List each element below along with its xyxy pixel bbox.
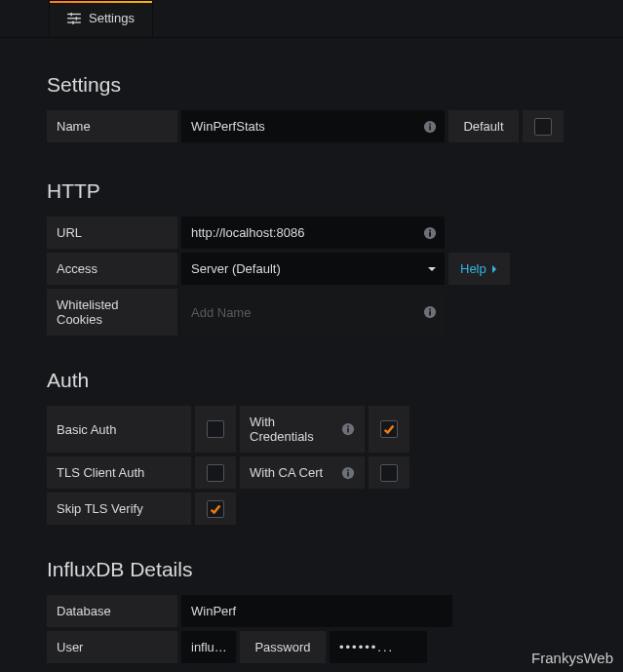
url-label: URL [47,217,177,249]
info-icon [341,466,355,480]
info-icon [423,120,437,134]
svg-rect-17 [347,426,349,428]
svg-rect-14 [429,309,431,311]
basic-auth-label: Basic Auth [47,406,191,453]
svg-rect-3 [76,17,77,20]
tls-client-auth-cell [195,456,236,489]
default-label: Default [448,110,519,142]
default-checkbox[interactable] [534,118,552,136]
database-input[interactable] [191,595,445,627]
skip-tls-verify-checkbox[interactable] [207,500,224,518]
svg-rect-0 [67,13,81,14]
info-icon [423,226,437,240]
user-input[interactable] [191,631,228,663]
section-title-http: HTTP [47,179,576,203]
basic-auth-checkbox[interactable] [207,420,224,438]
cookies-label: Whitelisted Cookies [47,289,177,336]
row-name: Name Default [47,110,576,142]
svg-rect-11 [429,229,431,231]
svg-rect-16 [347,428,349,432]
row-url: URL [47,217,576,249]
tls-client-auth-label: TLS Client Auth [47,456,191,489]
info-icon [341,422,355,436]
tls-client-auth-checkbox[interactable] [207,464,224,482]
access-label: Access [47,253,177,285]
skip-tls-verify-cell [195,493,236,525]
info-icon [423,305,437,319]
chevron-right-icon [490,264,498,274]
password-label: Password [240,631,326,663]
basic-auth-cell [195,406,236,453]
content: Settings Name Default HTTP URL Access Se… [0,38,623,672]
password-input[interactable] [339,631,419,663]
section-title-influx: InfluxDB Details [47,558,576,581]
tab-label: Settings [89,11,135,25]
svg-rect-7 [429,126,431,130]
with-credentials-cell [369,406,409,453]
row-database: Database [47,595,576,627]
svg-rect-13 [429,311,431,315]
name-input[interactable] [191,110,417,142]
row-cookies: Whitelisted Cookies [47,289,576,336]
auth-grid: Basic Auth With Credentials TLS Client A… [47,406,576,525]
cookies-input[interactable] [191,296,417,329]
section-title-auth: Auth [47,369,576,392]
url-input-wrap [181,217,445,249]
svg-rect-4 [67,21,81,22]
with-ca-cert-cell [369,456,409,489]
password-input-wrap [330,631,427,663]
svg-rect-5 [72,20,73,23]
url-input[interactable] [191,217,417,249]
default-checkbox-cell [523,110,564,142]
tab-bar: Settings [0,0,623,38]
svg-rect-1 [71,13,72,16]
section-title-settings: Settings [47,73,576,97]
sliders-icon [67,13,81,24]
name-label: Name [47,110,177,142]
row-auth-2: TLS Client Auth With CA Cert [47,456,576,489]
row-access: Access Server (Default) Help [47,253,576,285]
svg-rect-19 [347,472,349,476]
row-auth-1: Basic Auth With Credentials [47,406,576,453]
access-value: Server (Default) [191,261,421,276]
tab-settings[interactable]: Settings [49,0,153,37]
cookies-input-wrap [181,289,445,336]
watermark: FrankysWeb [531,650,613,666]
svg-rect-2 [67,18,81,19]
with-ca-cert-checkbox[interactable] [380,464,398,482]
access-select[interactable]: Server (Default) [181,253,445,285]
with-ca-cert-label: With CA Cert [240,456,365,489]
help-label: Help [460,261,487,276]
database-label: Database [47,595,177,627]
row-auth-3: Skip TLS Verify [47,493,576,525]
caret-down-icon [427,264,437,274]
with-credentials-checkbox[interactable] [380,420,398,438]
row-user: User Password [47,631,576,663]
with-credentials-label: With Credentials [240,406,365,453]
help-button[interactable]: Help [448,253,510,285]
svg-rect-8 [429,123,431,125]
user-input-wrap [181,631,236,663]
database-input-wrap [181,595,452,627]
svg-rect-20 [347,469,349,471]
skip-tls-verify-label: Skip TLS Verify [47,493,191,525]
name-input-wrap [181,110,445,142]
svg-rect-10 [429,232,431,236]
user-label: User [47,631,177,663]
